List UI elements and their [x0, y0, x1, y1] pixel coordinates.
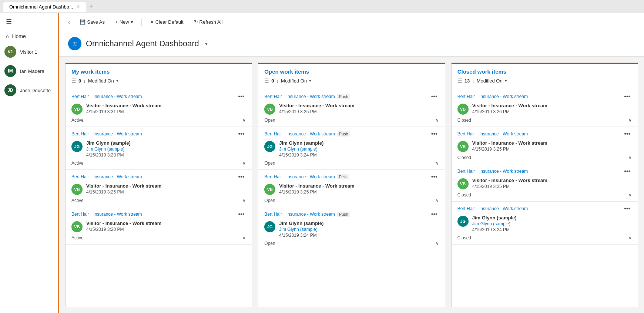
work-stream[interactable]: Insurance - Work stream: [93, 174, 142, 179]
more-button[interactable]: •••: [430, 93, 439, 100]
card-title: Visitor - Insurance - Work stream: [279, 103, 439, 108]
user-name: Visitor 1: [20, 49, 37, 55]
user-name: Jose Doucette: [20, 88, 51, 93]
expand-button[interactable]: ∨: [628, 235, 632, 240]
save-as-button[interactable]: 💾 Save As: [76, 18, 108, 26]
expand-button[interactable]: ∨: [242, 118, 246, 123]
tab-close-icon[interactable]: ✕: [76, 4, 80, 9]
expand-button[interactable]: ∨: [242, 161, 246, 166]
expand-button[interactable]: ∨: [436, 198, 439, 203]
more-button[interactable]: •••: [237, 93, 246, 100]
expand-button[interactable]: ∨: [436, 118, 439, 123]
agent-name[interactable]: Bert Hair: [264, 94, 282, 99]
card-status: Active: [71, 161, 84, 166]
sort-chevron-icon[interactable]: ▾: [309, 78, 311, 83]
work-item-card: Bert Hair Insurance - Work stream ••• VB…: [66, 170, 252, 207]
browser-tab[interactable]: Omnichannel Agent Dashbo... ✕: [3, 1, 86, 12]
page-title-chevron-icon[interactable]: ▾: [205, 41, 208, 47]
more-button[interactable]: •••: [623, 131, 632, 137]
card-info: Visitor - Insurance - Work stream 4/15/2…: [279, 103, 439, 114]
expand-button[interactable]: ∨: [242, 235, 246, 240]
expand-button[interactable]: ∨: [436, 161, 439, 166]
more-button[interactable]: •••: [237, 131, 246, 137]
card-avatar: JG: [457, 216, 469, 227]
work-stream[interactable]: Insurance - Work stream: [479, 206, 528, 211]
avatar: V1: [4, 46, 16, 58]
card-header: Bert Hair Insurance - Work stream Push •…: [264, 93, 439, 100]
work-stream[interactable]: Insurance - Work stream: [479, 131, 528, 137]
agent-name[interactable]: Bert Hair: [71, 212, 89, 217]
sidebar-user-im[interactable]: IM Ian Madera: [0, 61, 58, 81]
card-header: Bert Hair Insurance - Work stream Push •…: [264, 131, 439, 137]
work-stream[interactable]: Insurance - Work stream: [479, 169, 528, 174]
refresh-all-button[interactable]: ↻ Refresh All: [190, 18, 227, 26]
work-column-open-work-items: Open work items ☰ 0 ↓ Modified On ▾ Bert…: [258, 63, 445, 307]
app-layout: ☰ ⌂ Home V1 Visitor 1 IM Ian Madera JD J…: [0, 13, 644, 313]
card-footer: Open ∨: [264, 241, 439, 246]
work-stream[interactable]: Insurance - Work stream: [93, 212, 142, 217]
expand-button[interactable]: ∨: [242, 198, 246, 203]
card-subtitle[interactable]: Jim Glynn (sample): [279, 227, 439, 232]
card-agents: Bert Hair Insurance - Work stream: [71, 212, 142, 217]
more-button[interactable]: •••: [430, 174, 439, 180]
agent-name[interactable]: Bert Hair: [457, 94, 475, 99]
sort-arrow-icon: ↓: [83, 78, 86, 84]
agent-name[interactable]: Bert Hair: [264, 212, 282, 217]
work-stream[interactable]: Insurance - Work stream: [286, 212, 335, 217]
new-tab-button[interactable]: +: [89, 3, 93, 10]
clear-default-button[interactable]: ✕ Clear Default: [146, 18, 187, 26]
more-button[interactable]: •••: [430, 131, 439, 137]
sidebar-user-jd[interactable]: JD Jose Doucette: [0, 81, 58, 100]
work-stream[interactable]: Insurance - Work stream: [93, 94, 142, 99]
more-button[interactable]: •••: [623, 205, 632, 212]
work-items-list: Bert Hair Insurance - Work stream ••• VB…: [66, 87, 252, 307]
more-button[interactable]: •••: [623, 168, 632, 175]
agent-name[interactable]: Bert Hair: [71, 94, 89, 99]
card-subtitle[interactable]: Jim Glynn (sample): [472, 221, 632, 226]
agent-name[interactable]: Bert Hair: [457, 169, 475, 174]
sort-chevron-icon[interactable]: ▾: [116, 78, 118, 83]
expand-button[interactable]: ∨: [436, 241, 439, 246]
sidebar-user-v1[interactable]: V1 Visitor 1: [0, 42, 58, 61]
card-subtitle[interactable]: Jim Glynn (sample): [279, 147, 439, 152]
expand-button[interactable]: ∨: [628, 155, 632, 160]
new-button[interactable]: + New ▾: [111, 18, 137, 26]
card-date: 4/15/2019 3:25 PM: [86, 189, 246, 195]
work-stream[interactable]: Insurance - Work stream: [286, 94, 335, 99]
agent-name[interactable]: Bert Hair: [71, 174, 89, 179]
expand-button[interactable]: ∨: [628, 118, 632, 123]
work-item-card: Bert Hair Insurance - Work stream ••• VB…: [452, 127, 638, 164]
card-footer: Open ∨: [264, 198, 439, 203]
card-footer: Closed ∨: [457, 192, 632, 198]
user-name: Ian Madera: [20, 68, 44, 74]
work-stream[interactable]: Insurance - Work stream: [286, 131, 335, 137]
agent-name[interactable]: Bert Hair: [264, 174, 282, 179]
hamburger-button[interactable]: ☰: [0, 13, 58, 30]
work-stream[interactable]: Insurance - Work stream: [93, 131, 142, 137]
card-title: Visitor - Insurance - Work stream: [86, 103, 246, 108]
more-button[interactable]: •••: [430, 211, 439, 218]
browser-bar: Omnichannel Agent Dashbo... ✕ +: [0, 0, 644, 13]
card-agents: Bert Hair Insurance - Work stream Push: [264, 94, 350, 99]
toolbar: ‹ 💾 Save As + New ▾ ✕ Clear Default ↻ Re…: [59, 13, 644, 31]
count-badge: 9: [78, 78, 81, 84]
card-footer: Active ∨: [71, 161, 246, 166]
card-date: 4/15/2019 3:25 PM: [472, 147, 632, 152]
card-subtitle[interactable]: Jim Glynn (sample): [86, 147, 246, 152]
more-button[interactable]: •••: [237, 211, 246, 218]
work-stream[interactable]: Insurance - Work stream: [479, 94, 528, 99]
push-badge: Push: [337, 212, 350, 217]
more-button[interactable]: •••: [623, 93, 632, 100]
expand-button[interactable]: ∨: [628, 192, 632, 198]
agent-name[interactable]: Bert Hair: [264, 131, 282, 137]
agent-name[interactable]: Bert Hair: [457, 206, 475, 211]
back-button[interactable]: ‹: [65, 17, 73, 27]
card-title: Visitor - Insurance - Work stream: [86, 221, 246, 226]
work-stream[interactable]: Insurance - Work stream: [286, 174, 335, 179]
column-controls: ☰ 13 ↓ Modified On ▾: [457, 78, 632, 84]
sort-chevron-icon[interactable]: ▾: [505, 78, 507, 83]
agent-name[interactable]: Bert Hair: [71, 131, 89, 137]
agent-name[interactable]: Bert Hair: [457, 131, 475, 137]
sidebar-item-home[interactable]: ⌂ Home: [0, 30, 58, 42]
more-button[interactable]: •••: [237, 174, 246, 180]
